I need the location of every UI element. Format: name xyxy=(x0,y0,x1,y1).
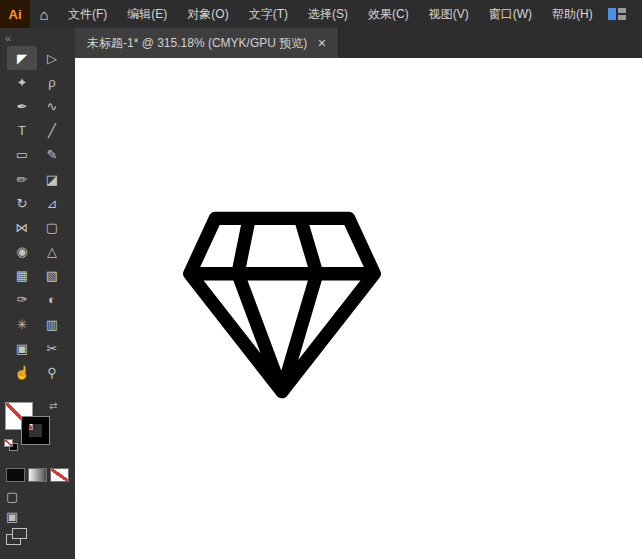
document-tab[interactable]: 未标题-1* @ 315.18% (CMYK/GPU 预览) ✕ xyxy=(75,28,339,58)
home-icon[interactable]: ⌂ xyxy=(30,0,58,28)
draw-inside-icon[interactable]: ▣ xyxy=(6,506,66,526)
fill-stroke-widget: ⇄ xyxy=(5,402,69,458)
menu-view[interactable]: 视图(V) xyxy=(419,0,479,28)
screen-mode-rect-front xyxy=(12,528,27,539)
document-tab-bar: 未标题-1* @ 315.18% (CMYK/GPU 预览) ✕ xyxy=(75,28,642,58)
eyedropper-tool[interactable]: ✑ xyxy=(7,288,37,312)
eraser-tool[interactable]: ◪ xyxy=(37,167,67,191)
workspace-switcher-icon[interactable] xyxy=(608,8,626,20)
diamond-shape[interactable] xyxy=(179,204,385,406)
free-transform-tool[interactable]: ▢ xyxy=(37,215,67,239)
perspective-grid-tool[interactable]: △ xyxy=(37,240,67,264)
magic-wand-tool[interactable]: ✦ xyxy=(7,70,37,94)
menu-file[interactable]: 文件(F) xyxy=(58,0,117,28)
shaper-tool[interactable]: ✏ xyxy=(7,167,37,191)
gradient-tool[interactable]: ▧ xyxy=(37,264,67,288)
zoom-tool[interactable]: ⚲ xyxy=(37,360,67,384)
width-tool[interactable]: ⋈ xyxy=(7,215,37,239)
selection-tool[interactable]: ◤ xyxy=(7,46,37,70)
mesh-tool[interactable]: ▦ xyxy=(7,264,37,288)
menu-effect[interactable]: 效果(C) xyxy=(358,0,419,28)
pen-tool[interactable]: ✒ xyxy=(7,94,37,118)
rotate-tool[interactable]: ↻ xyxy=(7,191,37,215)
menu-select[interactable]: 选择(S) xyxy=(298,0,358,28)
slice-tool[interactable]: ✂ xyxy=(37,336,67,360)
draw-mode-icon[interactable]: ▢ xyxy=(6,486,66,506)
menu-window[interactable]: 窗口(W) xyxy=(479,0,542,28)
curvature-tool[interactable]: ∿ xyxy=(37,94,67,118)
toolbar-bottom-icons: ▢ ▣ xyxy=(6,486,66,544)
document-tab-title: 未标题-1* @ 315.18% (CMYK/GPU 预览) xyxy=(87,35,307,52)
shape-builder-tool[interactable]: ◉ xyxy=(7,240,37,264)
rectangle-tool[interactable]: ▭ xyxy=(7,143,37,167)
line-segment-tool[interactable]: ╱ xyxy=(37,119,67,143)
tab-close-icon[interactable]: ✕ xyxy=(317,37,326,50)
default-fill-stroke-icon[interactable] xyxy=(5,440,18,451)
menu-bar: Ai ⌂ 文件(F) 编辑(E) 对象(O) 文字(T) 选择(S) 效果(C)… xyxy=(0,0,642,28)
menu-edit[interactable]: 编辑(E) xyxy=(117,0,177,28)
direct-selection-tool[interactable]: ▷ xyxy=(37,46,67,70)
diamond-path xyxy=(190,218,375,391)
type-tool[interactable]: T xyxy=(7,119,37,143)
stroke-color-swatch[interactable] xyxy=(22,417,49,444)
blend-tool[interactable]: ◐ xyxy=(37,288,67,312)
hand-tool[interactable]: ☝ xyxy=(7,360,37,384)
default-fill-chip xyxy=(5,440,12,446)
screen-mode-icon[interactable] xyxy=(6,528,26,544)
gradient-button[interactable] xyxy=(28,468,47,482)
workspace-right-pane xyxy=(618,8,626,20)
menu-object[interactable]: 对象(O) xyxy=(177,0,238,28)
menu-type[interactable]: 文字(T) xyxy=(239,0,298,28)
none-button[interactable] xyxy=(50,468,69,482)
artboard-tool[interactable]: ▣ xyxy=(7,336,37,360)
color-button[interactable] xyxy=(6,468,25,482)
symbol-sprayer-tool[interactable]: ✳ xyxy=(7,312,37,336)
column-graph-tool[interactable]: ▥ xyxy=(37,312,67,336)
paintbrush-tool[interactable]: ✎ xyxy=(37,143,67,167)
scale-tool[interactable]: ⊿ xyxy=(37,191,67,215)
tools-panel: « ◤ ▷ ✦ ρ ✒ ∿ T ╱ ▭ ✎ ✏ ◪ ↻ ⊿ ⋈ ▢ ◉ △ ▦ … xyxy=(0,28,75,559)
workspace-left-pane xyxy=(608,8,616,20)
collapse-toolbar-button[interactable]: « xyxy=(5,32,9,44)
tool-grid: ◤ ▷ ✦ ρ ✒ ∿ T ╱ ▭ ✎ ✏ ◪ ↻ ⊿ ⋈ ▢ ◉ △ ▦ ▧ … xyxy=(7,46,67,385)
menu-help[interactable]: 帮助(H) xyxy=(542,0,603,28)
menu-items: 文件(F) 编辑(E) 对象(O) 文字(T) 选择(S) 效果(C) 视图(V… xyxy=(58,0,603,28)
illustrator-logo-icon[interactable]: Ai xyxy=(0,0,30,28)
lasso-tool[interactable]: ρ xyxy=(37,70,67,94)
artboard-canvas[interactable] xyxy=(75,58,642,559)
swap-fill-stroke-icon[interactable]: ⇄ xyxy=(49,400,57,411)
paint-mode-buttons xyxy=(6,468,69,482)
